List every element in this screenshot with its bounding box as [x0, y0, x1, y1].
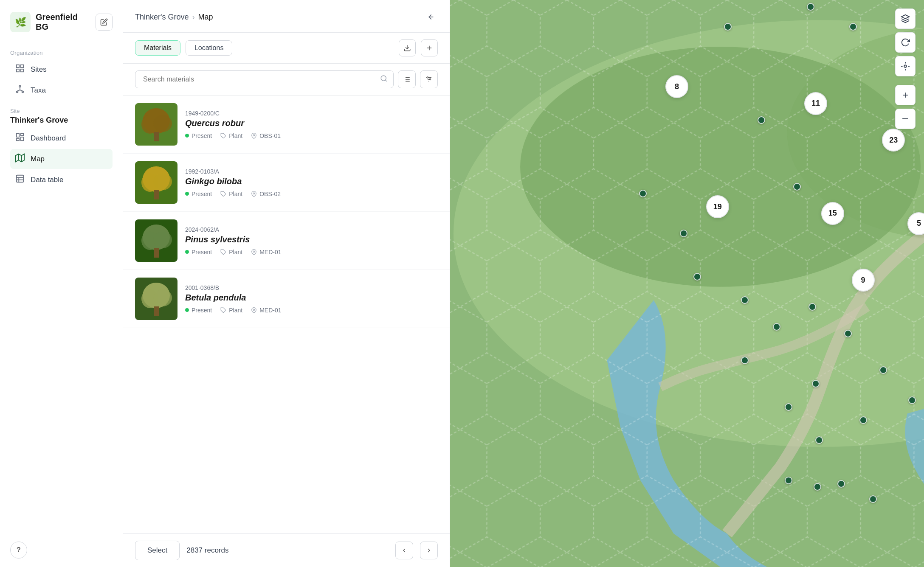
next-page-button[interactable] [420, 542, 438, 559]
item-status: Present [185, 132, 212, 139]
svg-point-38 [427, 77, 428, 78]
svg-rect-76 [450, 0, 924, 567]
panel-tabs: Materials Locations [123, 33, 450, 64]
tag-icon [220, 133, 226, 139]
item-location: OBS-02 [251, 191, 281, 197]
app-name: Greenfield BG [36, 12, 90, 32]
item-meta: Present Plant OBS-02 [185, 191, 438, 197]
sidebar-item-map-label: Map [31, 155, 45, 163]
panel-footer: Select 2837 records [123, 533, 450, 567]
sidebar-item-sites[interactable]: Sites [10, 59, 113, 79]
location-icon [251, 191, 257, 197]
status-dot [185, 308, 189, 312]
breadcrumb-separator: › [192, 13, 194, 22]
item-code: 2024-0062/A [185, 226, 438, 233]
sidebar-footer: ? [0, 533, 123, 567]
location-icon [251, 307, 257, 313]
item-code: 2001-0368/B [185, 284, 438, 291]
breadcrumb: Thinker's Grove › Map [135, 13, 213, 22]
advanced-filter-button[interactable] [420, 70, 438, 88]
edit-button[interactable] [96, 14, 113, 31]
item-meta: Present Plant MED-01 [185, 249, 438, 255]
breadcrumb-page: Map [198, 13, 213, 22]
svg-line-10 [17, 90, 20, 91]
svg-point-55 [253, 193, 255, 194]
item-type: Plant [220, 132, 242, 139]
item-image [135, 103, 177, 146]
select-button[interactable]: Select [135, 541, 180, 560]
add-button[interactable] [421, 39, 438, 56]
item-name: Quercus robur [185, 118, 438, 128]
svg-text:🌿: 🌿 [15, 17, 27, 28]
sidebar-item-map[interactable]: Map [10, 149, 113, 169]
item-content: 2024-0062/A Pinus sylvestris Present Pla… [185, 226, 438, 255]
tab-materials[interactable]: Materials [135, 40, 180, 56]
list-item[interactable]: 2001-0368/B Betula pendula Present Plant [123, 270, 450, 328]
svg-rect-2 [17, 65, 19, 67]
zoom-in-button[interactable]: + [895, 85, 916, 105]
site-section: Site Thinker's Grove Dashboard Map [0, 104, 123, 192]
sidebar-item-taxa[interactable]: Taxa [10, 80, 113, 100]
site-label: Site [10, 108, 113, 114]
svg-line-11 [20, 90, 23, 91]
item-type: Plant [220, 307, 242, 314]
item-location: MED-01 [251, 307, 281, 314]
svg-marker-77 [901, 15, 909, 19]
item-location: OBS-01 [251, 132, 281, 139]
locate-button[interactable] [895, 56, 916, 76]
list-item[interactable]: 1949-0200/C Quercus robur Present Plant [123, 95, 450, 154]
item-type: Plant [220, 191, 242, 197]
location-icon [251, 249, 257, 255]
sidebar-item-sites-label: Sites [31, 65, 47, 74]
item-content: 1949-0200/C Quercus robur Present Plant [185, 110, 438, 139]
logo-icon: 🌿 [10, 12, 31, 32]
item-image [135, 161, 177, 204]
item-status: Present [185, 307, 212, 314]
svg-point-27 [381, 76, 386, 81]
prev-page-button[interactable] [395, 542, 413, 559]
refresh-button[interactable] [895, 32, 916, 53]
list-item[interactable]: 2024-0062/A Pinus sylvestris Present Pla… [123, 212, 450, 270]
list-item[interactable]: 1992-0103/A Ginkgo biloba Present Plant [123, 154, 450, 212]
svg-rect-13 [21, 134, 23, 136]
item-image [135, 278, 177, 320]
taxa-icon [15, 84, 25, 96]
svg-rect-12 [17, 134, 19, 137]
status-dot [185, 192, 189, 196]
svg-point-6 [19, 86, 21, 87]
sidebar-item-dashboard-label: Dashboard [31, 134, 66, 143]
item-name: Ginkgo biloba [185, 177, 438, 186]
org-section: Organization Sites Taxa [0, 41, 123, 104]
tag-icon [220, 249, 226, 255]
svg-marker-16 [16, 154, 24, 162]
svg-point-78 [904, 65, 907, 67]
svg-point-7 [17, 91, 18, 93]
svg-rect-61 [135, 219, 177, 262]
search-input[interactable] [135, 70, 394, 88]
org-label: Organization [10, 50, 113, 56]
layers-button[interactable] [895, 8, 916, 29]
item-name: Pinus sylvestris [185, 235, 438, 244]
search-input-wrap [135, 70, 394, 88]
status-dot [185, 250, 189, 254]
tab-locations[interactable]: Locations [186, 40, 233, 56]
svg-rect-53 [135, 161, 177, 204]
help-button[interactable]: ? [10, 542, 27, 559]
svg-rect-69 [135, 278, 177, 320]
map-area[interactable]: 81123191559 + − [450, 0, 924, 567]
dashboard-icon [15, 132, 25, 144]
zoom-out-button[interactable]: − [895, 109, 916, 129]
materials-list: 1949-0200/C Quercus robur Present Plant [123, 95, 450, 533]
collapse-button[interactable] [423, 9, 438, 25]
svg-point-8 [22, 91, 24, 93]
filter-button[interactable] [398, 70, 416, 88]
sidebar: 🌿 Greenfield BG Organization Sites [0, 0, 123, 567]
item-image [135, 219, 177, 262]
item-meta: Present Plant OBS-01 [185, 132, 438, 139]
site-name: Thinker's Grove [10, 116, 113, 125]
sidebar-item-dashboard[interactable]: Dashboard [10, 128, 113, 148]
download-button[interactable] [399, 39, 416, 56]
sidebar-item-data-table[interactable]: Data table [10, 170, 113, 190]
svg-rect-45 [135, 103, 177, 146]
tag-icon [220, 191, 226, 197]
